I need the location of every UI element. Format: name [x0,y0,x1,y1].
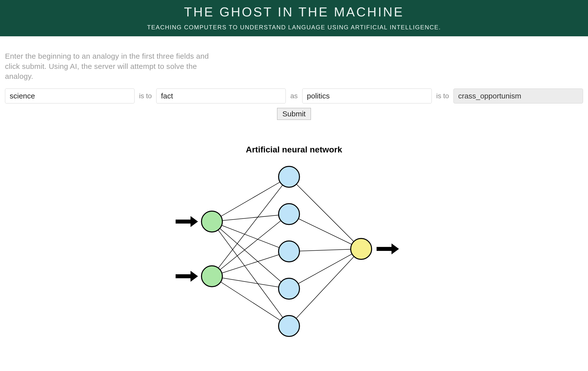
arrow-icon [176,271,198,282]
as-label: as [289,92,299,100]
input-node [201,266,222,287]
hidden-node [279,204,299,225]
svg-line-9 [212,276,289,326]
svg-line-8 [212,276,289,289]
hidden-node [279,166,299,187]
word1-input[interactable] [5,89,135,103]
page-header: THE GHOST IN THE MACHINE TEACHING COMPUT… [0,0,588,36]
svg-line-4 [212,222,289,326]
svg-line-13 [289,249,361,289]
svg-marker-20 [392,243,399,254]
svg-line-2 [212,222,289,251]
diagram-title: Artificial neural network [5,145,583,154]
svg-line-11 [289,214,361,249]
page-subtitle: TEACHING COMPUTERS TO UNDERSTAND LANGUAG… [0,24,588,31]
word2-input[interactable] [156,89,286,103]
submit-button[interactable]: Submit [277,108,311,120]
svg-marker-18 [191,271,198,282]
hidden-node [279,241,299,262]
result-output [453,89,583,103]
svg-line-5 [212,177,289,276]
neural-network-diagram [157,162,431,341]
output-node [351,238,372,259]
arrow-icon [176,216,198,227]
page-title: THE GHOST IN THE MACHINE [0,4,588,19]
word3-input[interactable] [302,89,432,103]
svg-marker-16 [191,216,198,227]
diagram-section: Artificial neural network [5,145,583,341]
is-to-label-1: is to [138,92,153,100]
input-node [201,211,222,232]
instructions-text: Enter the beginning to an analogy in the… [5,51,224,82]
arrow-icon [377,243,399,254]
submit-wrap: Submit [5,108,583,120]
svg-line-6 [212,214,289,276]
svg-line-0 [212,177,289,222]
hidden-node [279,278,299,299]
main-content: Enter the beginning to an analogy in the… [0,36,588,341]
analogy-form-row: is to as is to [5,89,583,103]
svg-line-1 [212,214,289,222]
is-to-label-2: is to [435,92,450,100]
hidden-node [279,316,299,336]
